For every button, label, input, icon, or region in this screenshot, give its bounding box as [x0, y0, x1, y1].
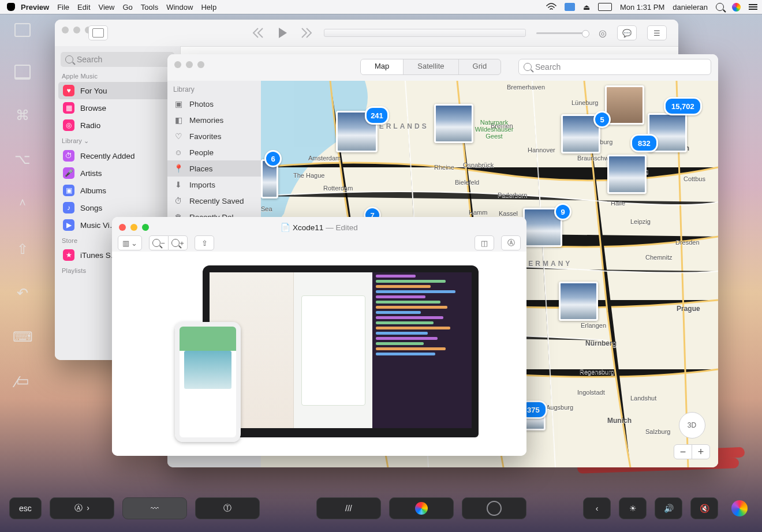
sidebar-toggle[interactable]: ▥ ⌄: [118, 235, 142, 250]
pin-15702[interactable]: 15,702: [664, 97, 702, 115]
prev-button[interactable]: [251, 26, 265, 40]
zoom-in-button[interactable]: +: [692, 445, 709, 459]
zoom-out-button[interactable]: −: [149, 235, 169, 250]
pin-5[interactable]: 5: [593, 111, 611, 128]
seg-map[interactable]: Map: [361, 59, 404, 74]
photos-search[interactable]: Search: [518, 59, 711, 75]
share-button[interactable]: ⇧: [195, 235, 214, 250]
seg-grid[interactable]: Grid: [459, 59, 501, 74]
sidecar-send-icon[interactable]: [14, 65, 31, 80]
menu-window[interactable]: Window: [166, 3, 193, 12]
highlight-button[interactable]: ◫: [475, 235, 494, 250]
siri-key[interactable]: [726, 498, 753, 519]
notification-center-icon[interactable]: [749, 4, 757, 10]
miniplayer-icon[interactable]: [88, 25, 108, 40]
user-menu[interactable]: danieleran: [673, 3, 708, 12]
sidebar-places[interactable]: 📍Places: [167, 160, 261, 177]
minimize-button[interactable]: [186, 61, 193, 68]
sidebar-recent[interactable]: ⏱Recently Added: [58, 147, 177, 164]
compass-3d[interactable]: 3D: [679, 412, 705, 439]
minimize-button[interactable]: [130, 224, 137, 231]
zoom-in-button[interactable]: +: [169, 235, 188, 250]
command-key-icon[interactable]: ⌘: [16, 107, 29, 123]
menu-view[interactable]: View: [99, 3, 115, 12]
menu-help[interactable]: Help: [201, 3, 216, 12]
label: Imports: [189, 181, 215, 189]
sidebar-photos[interactable]: ▣Photos: [167, 96, 261, 112]
lcd-display: [324, 29, 526, 37]
undo-icon[interactable]: ↶: [17, 285, 28, 301]
close-button[interactable]: [174, 61, 181, 68]
volume-slider[interactable]: [536, 32, 588, 34]
photo-thumb-face[interactable]: [605, 85, 644, 125]
brightness-key[interactable]: ☀︎: [619, 497, 647, 519]
zoom-button[interactable]: [197, 61, 204, 68]
app-menu[interactable]: Preview: [21, 3, 49, 12]
preview-canvas[interactable]: [112, 252, 526, 456]
zoom-button[interactable]: [142, 224, 149, 231]
sidecar-icon[interactable]: [565, 3, 575, 11]
preview-titlebar[interactable]: 📄 Xcode11 — Edited ▥ ⌄ − + ⇧ ◫ Ⓐ: [112, 217, 526, 252]
menu-file[interactable]: File: [57, 3, 69, 12]
keyboard-icon[interactable]: ⌨︎: [13, 329, 33, 345]
sidebar-memories[interactable]: ◧Memories: [167, 112, 261, 128]
wifi-icon[interactable]: [546, 3, 556, 11]
seg-satellite[interactable]: Satellite: [404, 59, 458, 74]
sidebar-songs[interactable]: ♪Songs: [58, 199, 177, 216]
pin-6[interactable]: 6: [264, 150, 282, 167]
volume-key[interactable]: 🔊: [655, 497, 682, 519]
siri-icon[interactable]: [732, 3, 741, 12]
control-key-icon[interactable]: ＾: [16, 195, 29, 213]
menu-go[interactable]: Go: [122, 3, 132, 12]
menu-edit[interactable]: Edit: [77, 3, 90, 12]
queue-button[interactable]: ☰: [647, 25, 667, 40]
pin-832[interactable]: 832: [630, 134, 658, 152]
back-key[interactable]: ‹: [583, 497, 611, 519]
sidebar-imports[interactable]: ⬇Imports: [167, 177, 261, 193]
spotlight-icon[interactable]: [716, 3, 724, 11]
stroke-key[interactable]: ///: [316, 497, 381, 519]
zoom-out-button[interactable]: −: [674, 445, 692, 459]
close-button[interactable]: [119, 224, 126, 231]
draw-key[interactable]: 〰︎: [122, 497, 187, 519]
sidebar-albums[interactable]: ▣Albums: [58, 182, 177, 199]
disconnect-icon[interactable]: ▭⁄: [16, 373, 29, 389]
option-key-icon[interactable]: ⌥: [14, 151, 31, 167]
mute-key[interactable]: 🔇: [690, 497, 718, 519]
battery-icon[interactable]: [598, 3, 612, 11]
sidebar-people[interactable]: ☺People: [167, 144, 261, 160]
city-augsburg: Augsburg: [546, 404, 573, 411]
close-button[interactable]: [62, 27, 69, 33]
minimize-button[interactable]: [73, 27, 80, 33]
airplay-icon[interactable]: ◎: [599, 28, 607, 39]
sidebar-artists[interactable]: 🎤Artists: [58, 164, 177, 182]
apple-menu-icon[interactable]: [7, 3, 15, 11]
photo-thumb[interactable]: [434, 104, 473, 143]
color-key[interactable]: [389, 497, 454, 519]
fill-key[interactable]: [462, 497, 526, 519]
sidebar-for-you[interactable]: ♥For You: [58, 82, 177, 99]
clock[interactable]: Mon 1:31 PM: [620, 3, 664, 12]
text-key[interactable]: Ⓣ: [195, 497, 260, 519]
pin-241[interactable]: 241: [365, 106, 389, 125]
pin-9[interactable]: 9: [554, 203, 572, 220]
sidebar-favorites[interactable]: ♡Favorites: [167, 128, 261, 144]
view-segmented[interactable]: Map Satellite Grid: [360, 59, 501, 75]
markup-button[interactable]: Ⓐ: [501, 235, 521, 250]
esc-key[interactable]: esc: [9, 497, 42, 519]
menu-tools[interactable]: Tools: [141, 3, 158, 12]
sidebar-radio[interactable]: ◎Radio: [58, 117, 177, 134]
music-search[interactable]: Search: [61, 52, 174, 67]
lyrics-button[interactable]: 💬: [617, 25, 637, 40]
section-library[interactable]: Library ⌄: [62, 137, 173, 145]
photo-thumb[interactable]: [607, 155, 647, 194]
next-button[interactable]: [300, 26, 313, 40]
play-button[interactable]: [275, 26, 289, 40]
markup-key[interactable]: Ⓐ ›: [50, 497, 114, 519]
sidecar-display-icon[interactable]: [14, 23, 31, 37]
sidebar-recently-saved[interactable]: ⏱Recently Saved: [167, 193, 261, 209]
sidebar-browse[interactable]: ▦Browse: [58, 99, 177, 117]
eject-icon[interactable]: ⏏︎: [583, 3, 590, 12]
shift-key-icon[interactable]: ⇧: [17, 241, 28, 257]
photo-thumb[interactable]: [559, 282, 598, 321]
